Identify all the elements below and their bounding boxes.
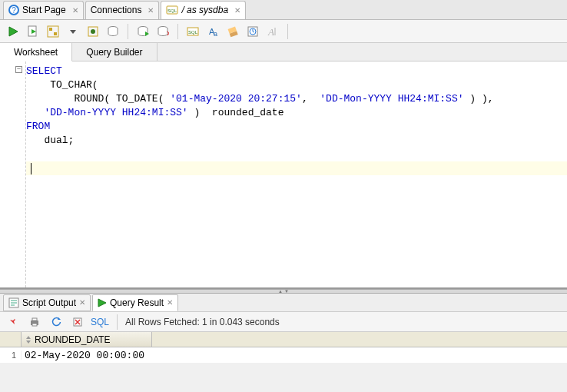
pin-button[interactable] (5, 314, 22, 331)
close-icon[interactable]: ✕ (72, 6, 78, 15)
svg-point-12 (91, 29, 95, 34)
format-icon[interactable]: A (264, 23, 281, 40)
autotrace-button[interactable] (85, 23, 101, 40)
separator (128, 24, 128, 39)
svg-text:✕: ✕ (166, 29, 169, 38)
tab-script-output[interactable]: Script Output ✕ (3, 294, 91, 311)
tab-label: Connections (91, 5, 142, 15)
result-tabs: Script Output ✕ Query Result ✕ (0, 294, 567, 312)
sql-tuning-button[interactable] (104, 23, 121, 40)
cell-value[interactable]: 02-May-2020 00:00:00 (22, 350, 152, 361)
print-button[interactable] (26, 314, 43, 331)
text-caret (31, 163, 32, 174)
tab-active-connection[interactable]: SQL / as sysdba ✕ (161, 1, 246, 19)
svg-text:SQL: SQL (188, 30, 198, 35)
svg-text:A: A (267, 26, 274, 38)
tab-label: Start Page (22, 5, 66, 15)
svg-rect-8 (49, 28, 52, 31)
separator (287, 24, 288, 39)
sub-tab-label: Worksheet (14, 47, 58, 58)
tab-label: / as sysdba (181, 5, 228, 15)
to-upper-lower-button[interactable]: Aa (204, 23, 221, 40)
close-icon[interactable]: ✕ (234, 6, 240, 15)
separator (117, 314, 118, 330)
tab-label: Query Result (110, 297, 164, 308)
code-content: SELECT TO_CHAR( ROUND( TO_DATE( '01-May-… (26, 65, 567, 148)
commit-button[interactable] (134, 23, 151, 40)
run-script-button[interactable] (25, 23, 41, 40)
close-icon[interactable]: ✕ (79, 298, 85, 307)
close-icon[interactable]: ✕ (167, 298, 173, 307)
grid-header: ROUNDED_DATE (0, 332, 567, 347)
svg-marker-31 (98, 299, 106, 307)
script-output-icon (8, 297, 19, 308)
sql-editor[interactable]: − SELECT TO_CHAR( ROUND( TO_DATE( '01-Ma… (0, 61, 567, 289)
table-row[interactable]: 1 02-May-2020 00:00:00 (0, 347, 567, 363)
svg-marker-37 (26, 336, 31, 339)
sub-tab-query-builder[interactable]: Query Builder (72, 43, 157, 61)
run-statement-button[interactable] (5, 23, 22, 40)
svg-rect-34 (32, 324, 37, 326)
run-icon (98, 298, 107, 307)
svg-marker-38 (26, 341, 31, 344)
separator (177, 24, 178, 39)
column-header[interactable]: ROUNDED_DATE (22, 332, 152, 347)
tab-label: Script Output (22, 297, 76, 308)
worksheet-toolbar: ✕ SQL Aa A (0, 20, 567, 43)
explain-plan-button[interactable] (45, 23, 61, 40)
column-name: ROUNDED_DATE (35, 334, 110, 345)
result-grid[interactable]: ROUNDED_DATE 1 02-May-2020 00:00:00 (0, 332, 567, 363)
svg-marker-4 (9, 27, 18, 36)
svg-text:SQL: SQL (167, 8, 177, 13)
close-icon[interactable]: ✕ (148, 6, 154, 15)
svg-text:a: a (214, 30, 217, 38)
delete-button[interactable] (69, 314, 86, 331)
tab-query-result[interactable]: Query Result ✕ (92, 294, 178, 311)
clear-button[interactable] (224, 23, 241, 40)
sub-tab-worksheet[interactable]: Worksheet (0, 43, 72, 61)
refresh-button[interactable] (48, 314, 65, 331)
svg-rect-9 (54, 32, 57, 35)
sql-link[interactable]: SQL (91, 317, 109, 327)
sub-tab-label: Query Builder (86, 47, 142, 58)
tab-start-page[interactable]: ? Start Page ✕ (3, 1, 84, 19)
column-sort-icon (25, 335, 32, 344)
row-number: 1 (0, 350, 22, 360)
current-line-highlight (26, 161, 567, 175)
editor-gutter: − (0, 61, 26, 287)
tab-connections[interactable]: Connections ✕ (85, 1, 160, 19)
fold-toggle-icon[interactable]: − (15, 66, 22, 73)
dropdown-arrow-icon[interactable] (65, 23, 81, 40)
svg-marker-10 (70, 30, 76, 34)
result-toolbar: SQL All Rows Fetched: 1 in 0.043 seconds (0, 312, 567, 332)
sql-history-button[interactable] (244, 23, 261, 40)
help-icon: ? (8, 5, 19, 15)
svg-text:?: ? (12, 6, 16, 15)
fetch-status: All Rows Fetched: 1 in 0.043 seconds (125, 317, 280, 327)
rollback-button[interactable]: ✕ (154, 23, 171, 40)
document-tabs: ? Start Page ✕ Connections ✕ SQL / as sy… (0, 0, 567, 20)
sql-worksheet-icon: SQL (166, 5, 178, 15)
svg-rect-33 (32, 318, 37, 321)
row-number-header (0, 332, 22, 347)
unshared-worksheet-button[interactable]: SQL (184, 23, 201, 40)
worksheet-sub-tabs: Worksheet Query Builder (0, 43, 567, 61)
